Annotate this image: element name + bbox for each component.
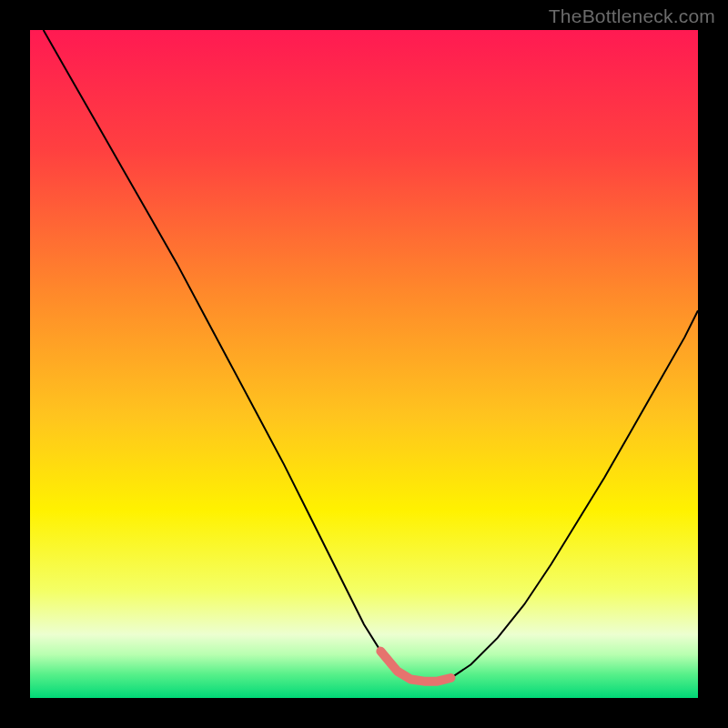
watermark-text: TheBottleneck.com: [549, 5, 715, 27]
bottleneck-curve: [44, 30, 698, 682]
curve-layer: [30, 30, 698, 698]
sweet-spot-marker: [380, 652, 450, 682]
plot-area: [30, 30, 698, 698]
chart-frame: TheBottleneck.com: [0, 0, 728, 728]
